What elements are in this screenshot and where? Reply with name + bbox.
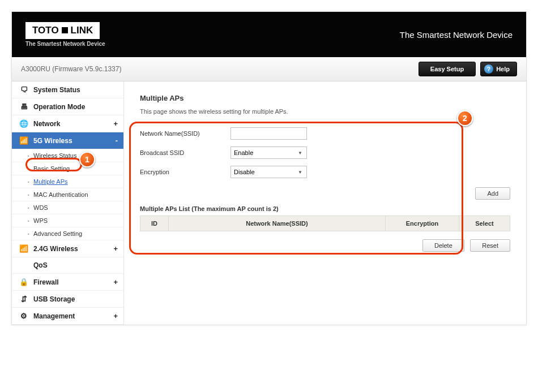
sidebar-item-label: 5G Wireless <box>33 137 72 145</box>
sidebar-item-system-status[interactable]: 🗨 System Status <box>12 81 123 98</box>
sidebar-item-label: USB Storage <box>33 295 75 303</box>
sidebar-sub-label: Wireless Status <box>33 152 76 159</box>
logo-text-1: TOTO <box>32 25 59 36</box>
logo: TOTOLINK <box>25 22 100 39</box>
sidebar-item-24g-wireless[interactable]: 📶 2.4G Wireless + <box>12 240 123 257</box>
header-tagline: The Smartest Network Device <box>400 30 513 40</box>
sidebar-sub-wds[interactable]: WDS <box>12 201 123 214</box>
ssid-input[interactable] <box>230 127 307 140</box>
operation-icon: 🖶 <box>19 102 29 111</box>
gear-icon: ⚙ <box>19 312 29 320</box>
help-button[interactable]: ? Help <box>480 62 517 76</box>
broadcast-select[interactable]: Enable <box>230 147 307 159</box>
col-encryption: Encryption <box>386 216 459 231</box>
ssid-label: Network Name(SSID) <box>140 130 230 137</box>
sidebar-sub-wireless-status[interactable]: Wireless Status <box>12 149 123 162</box>
sidebar-item-qos[interactable]: QoS <box>12 257 123 274</box>
col-id: ID <box>140 216 169 231</box>
sidebar-sub-label: WPS <box>33 217 48 224</box>
sidebar-item-operation-mode[interactable]: 🖶 Operation Mode <box>12 98 123 115</box>
col-select: Select <box>459 216 510 231</box>
sidebar-item-firewall[interactable]: 🔒 Firewall + <box>12 274 123 291</box>
network-icon: 🌐 <box>19 119 29 128</box>
expand-icon: + <box>113 244 118 253</box>
subheader-bar: A3000RU (Firmware V5.9c.1337) Easy Setup… <box>12 57 526 81</box>
encryption-label: Encryption <box>140 169 230 175</box>
sidebar-item-label: Management <box>33 312 75 320</box>
sidebar-sub-label: Advanced Setting <box>33 230 82 237</box>
expand-icon: + <box>113 278 118 286</box>
add-button[interactable]: Add <box>475 187 510 200</box>
annotation-badge-1: 1 <box>79 152 95 167</box>
sidebar-item-label: System Status <box>33 86 80 94</box>
sidebar-sub-advanced[interactable]: Advanced Setting <box>12 227 123 240</box>
help-icon: ? <box>484 64 493 74</box>
help-label: Help <box>496 66 510 72</box>
sidebar-sub-multiple-aps[interactable]: Multiple APs <box>12 175 123 188</box>
easy-setup-button[interactable]: Easy Setup <box>419 62 476 76</box>
sidebar-item-label: QoS <box>33 261 48 269</box>
sidebar-item-label: Operation Mode <box>33 103 85 111</box>
sidebar: 🗨 System Status 🖶 Operation Mode 🌐 Netwo… <box>12 81 124 325</box>
wifi-icon: 📶 <box>19 244 29 253</box>
sidebar-item-network[interactable]: 🌐 Network + <box>12 115 123 132</box>
sidebar-sub-mac-auth[interactable]: MAC Authentication <box>12 188 123 201</box>
sidebar-item-usb-storage[interactable]: ⇵ USB Storage <box>12 291 123 308</box>
delete-button[interactable]: Delete <box>422 239 464 252</box>
header-bar: TOTOLINK The Smartest Network Device The… <box>12 12 526 57</box>
lock-icon: 🔒 <box>19 278 29 286</box>
logo-text-2: LINK <box>71 25 93 36</box>
ap-list-table: ID Network Name(SSID) Encryption Select <box>140 216 510 231</box>
sidebar-sub-label: Basic Setting <box>33 165 70 172</box>
sidebar-item-label: Firewall <box>33 278 59 286</box>
sidebar-item-5g-wireless[interactable]: 📶 5G Wireless - <box>12 132 123 149</box>
sidebar-sub-label: WDS <box>33 204 48 211</box>
reset-button[interactable]: Reset <box>470 239 510 252</box>
annotation-badge-2: 2 <box>457 110 473 126</box>
sidebar-sub-label: Multiple APs <box>33 178 68 185</box>
wifi-icon: 📶 <box>19 136 29 145</box>
encryption-select[interactable]: Disable <box>230 166 307 178</box>
expand-icon: + <box>113 119 118 128</box>
expand-icon: + <box>113 312 118 320</box>
page-title: Multiple APs <box>140 94 510 102</box>
list-title: Multiple APs List (The maximum AP count … <box>140 205 510 212</box>
broadcast-label: Broadcast SSID <box>140 149 230 156</box>
logo-box-icon <box>61 26 69 35</box>
sidebar-item-label: Network <box>33 120 60 128</box>
col-name: Network Name(SSID) <box>169 216 386 231</box>
logo-block: TOTOLINK The Smartest Network Device <box>25 22 105 47</box>
sidebar-sub-basic-setting[interactable]: Basic Setting <box>12 162 123 175</box>
sidebar-item-label: 2.4G Wireless <box>33 245 78 253</box>
usb-icon: ⇵ <box>19 295 29 303</box>
collapse-icon: - <box>116 136 118 145</box>
sidebar-item-management[interactable]: ⚙ Management + <box>12 308 123 325</box>
model-label: A3000RU (Firmware V5.9c.1337) <box>21 65 121 73</box>
sidebar-sub-wps[interactable]: WPS <box>12 214 123 227</box>
page-description: This page shows the wireless setting for… <box>140 108 510 115</box>
logo-tagline: The Smartest Network Device <box>25 41 105 47</box>
sidebar-sub-label: MAC Authentication <box>33 191 88 198</box>
status-icon: 🗨 <box>19 85 29 94</box>
